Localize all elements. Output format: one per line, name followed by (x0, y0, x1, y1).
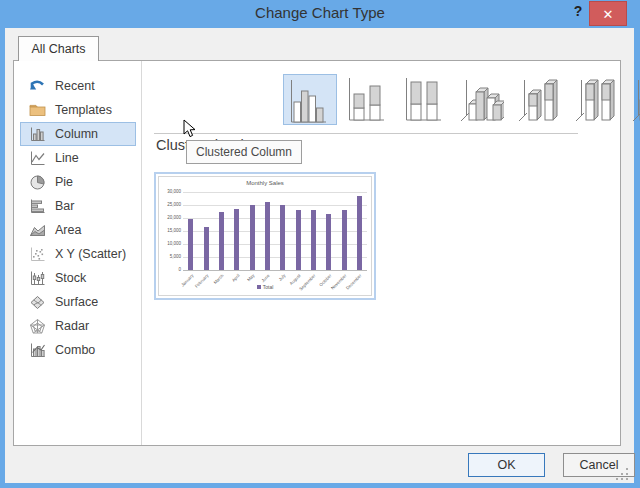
change-chart-type-dialog: Change Chart Type ? ✕ All Charts RecentT… (0, 0, 640, 488)
help-icon[interactable]: ? (568, 3, 588, 24)
chart-gridline (183, 218, 367, 219)
title-bar[interactable]: Change Chart Type ? ✕ (0, 0, 640, 28)
stock-icon (29, 270, 46, 287)
bar-icon (29, 198, 46, 215)
chart-bar-august (296, 210, 301, 270)
y-axis-tick-label: 0 (161, 267, 181, 272)
chart-bar-march (219, 212, 224, 271)
subtype-3-d-clustered-column[interactable] (460, 74, 504, 126)
pie-icon (29, 174, 46, 191)
surface-icon (29, 294, 46, 311)
chart-subtype-pane: Clustered Column Clustered Column Monthl… (143, 61, 620, 445)
mouse-cursor-icon (183, 119, 196, 138)
combo-icon (29, 342, 46, 359)
chart-category-list: RecentTemplatesColumnLinePieBarAreaX Y (… (14, 61, 142, 445)
recent-icon (29, 78, 46, 95)
templates-icon (29, 102, 46, 119)
preview-chart: Monthly Sales Total 05,00010,00015,00020… (158, 176, 372, 296)
column-icon (29, 126, 46, 143)
chart-bar-october (326, 214, 331, 270)
chart-bar-december (357, 196, 362, 270)
pct-stacked-column-icon (403, 74, 445, 126)
subtype-clustered-column[interactable] (283, 74, 337, 125)
chart-gridline (183, 244, 367, 245)
chart-bar-february (204, 227, 209, 270)
subtype-3-d-100-stacked-column[interactable] (575, 74, 619, 126)
sidebar-item-stock[interactable]: Stock (20, 266, 136, 290)
chart-bar-november (342, 210, 347, 270)
line-icon (29, 150, 46, 167)
sidebar-item-surface[interactable]: Surface (20, 290, 136, 314)
subtype-tooltip: Clustered Column (186, 140, 302, 164)
dialog-body: All Charts RecentTemplatesColumnLinePieB… (5, 28, 634, 483)
chart-gridline (183, 205, 367, 206)
close-icon[interactable]: ✕ (589, 1, 627, 26)
dialog-title: Change Chart Type (0, 4, 640, 21)
subtype-separator (154, 133, 578, 134)
sidebar-item-combo[interactable]: Combo (20, 338, 136, 362)
x-axis-line (183, 270, 367, 271)
stacked-column-icon (346, 74, 388, 126)
y-axis-tick-label: 10,000 (161, 241, 181, 246)
subtype-3-d-stacked-column[interactable] (518, 74, 562, 126)
sidebar-item-x-y-scatter[interactable]: X Y (Scatter) (20, 242, 136, 266)
3d-clustered-column-icon (460, 74, 504, 126)
resize-grip[interactable] (616, 468, 630, 481)
sidebar-item-templates[interactable]: Templates (20, 98, 136, 122)
subtype-100-stacked-column[interactable] (403, 74, 445, 126)
chart-bar-january (188, 219, 193, 270)
chart-bar-september (311, 210, 316, 270)
scatter-icon (29, 246, 46, 263)
sidebar-item-bar[interactable]: Bar (20, 194, 136, 218)
chart-title: Monthly Sales (159, 180, 371, 186)
tab-all-charts[interactable]: All Charts (18, 36, 99, 61)
3d-column-icon (632, 74, 640, 126)
subtype-3-d-column[interactable] (632, 74, 640, 126)
3d-stacked-column-icon (518, 74, 562, 126)
chart-bar-june (265, 202, 270, 270)
y-axis-tick-label: 30,000 (161, 189, 181, 194)
sidebar-item-line[interactable]: Line (20, 146, 136, 170)
chart-gridline (183, 257, 367, 258)
chart-preview[interactable]: Monthly Sales Total 05,00010,00015,00020… (154, 172, 376, 300)
sidebar-item-column[interactable]: Column (20, 122, 136, 146)
sidebar-item-pie[interactable]: Pie (20, 170, 136, 194)
area-icon (29, 222, 46, 239)
3d-pct-stacked-column-icon (575, 74, 619, 126)
ok-button[interactable]: OK (468, 453, 545, 477)
chart-bar-may (250, 205, 255, 270)
chart-bar-april (234, 209, 239, 270)
chart-bar-july (280, 205, 285, 270)
chart-gridline (183, 231, 367, 232)
chart-gridline (183, 192, 367, 193)
y-axis-tick-label: 15,000 (161, 228, 181, 233)
subtype-stacked-column[interactable] (346, 74, 388, 126)
sidebar-item-radar[interactable]: Radar (20, 314, 136, 338)
y-axis-tick-label: 25,000 (161, 202, 181, 207)
sidebar-item-area[interactable]: Area (20, 218, 136, 242)
radar-icon (29, 318, 46, 335)
y-axis-tick-label: 20,000 (161, 215, 181, 220)
sidebar-item-recent[interactable]: Recent (20, 74, 136, 98)
all-charts-panel: RecentTemplatesColumnLinePieBarAreaX Y (… (13, 60, 621, 446)
y-axis-tick-label: 5,000 (161, 254, 181, 259)
clustered-column-icon (288, 76, 332, 128)
